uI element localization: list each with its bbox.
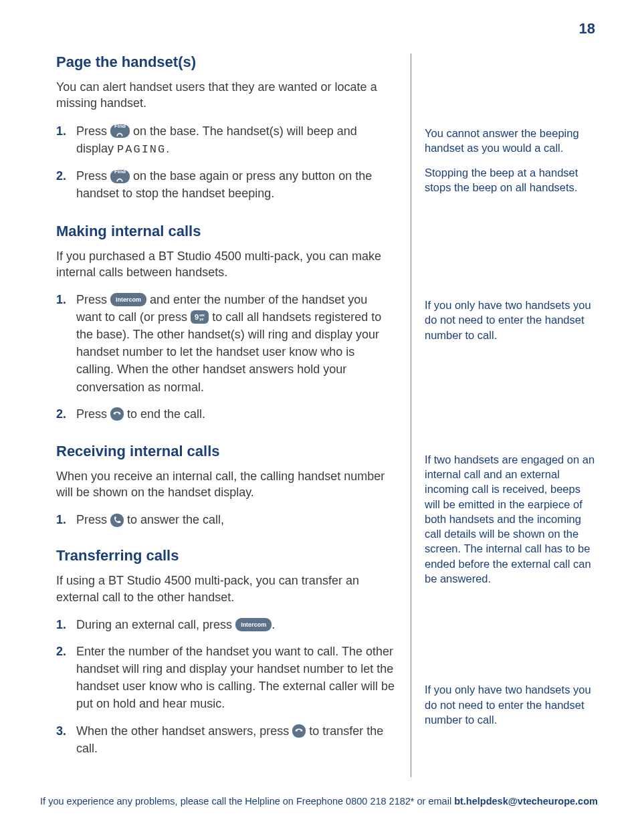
display-text-paging: PAGING [117, 143, 166, 156]
intro-receiving-internal: When you receive an internal call, the c… [56, 468, 395, 501]
side-note: Stopping the beep at a handset stops the… [425, 165, 597, 195]
section-receiving-internal: Receiving internal calls When you receiv… [56, 443, 395, 529]
step-body: Press to answer the call, [76, 511, 395, 528]
text: . [166, 142, 169, 155]
step-body: Press Intercom and enter the number of t… [76, 291, 395, 396]
footer-email: bt.helpdesk@vtecheurope.com [454, 796, 598, 807]
step-number: 1. [56, 122, 76, 159]
step: 2. Press to end the call. [56, 405, 395, 423]
intro-page-handsets: You can alert handset users that they ar… [56, 79, 395, 112]
text: During an external call, press [76, 618, 235, 631]
spacer [425, 595, 597, 682]
step-number: 2. [56, 643, 76, 712]
footer: If you experience any problems, please c… [0, 796, 638, 807]
heading-receiving-internal: Receiving internal calls [56, 443, 395, 460]
step: 3. When the other handset answers, press… [56, 722, 395, 757]
spacer [425, 54, 597, 126]
text: Press [76, 407, 110, 421]
side-note: You cannot answer the beeping handset as… [425, 126, 597, 156]
key-label: Find [114, 169, 126, 175]
signal-icon [115, 175, 124, 184]
key-sublabel: wxyz [199, 313, 205, 321]
steps-making-internal: 1. Press Intercom and enter the number o… [56, 291, 395, 423]
heading-making-internal: Making internal calls [56, 223, 395, 240]
step-number: 3. [56, 722, 76, 757]
spacer [425, 204, 597, 298]
text: to end the call. [127, 407, 205, 421]
phone-icon [112, 516, 122, 525]
find-key-icon: Find [110, 170, 130, 183]
footer-text: If you experience any problems, please c… [40, 796, 454, 807]
step-number: 2. [56, 167, 76, 202]
step-body: Press to end the call. [76, 405, 395, 423]
step: 1. During an external call, press Interc… [56, 616, 395, 633]
hangup-icon [112, 409, 122, 419]
text: . [272, 618, 275, 631]
step-number: 1. [56, 291, 76, 396]
key-label: 9 [195, 314, 199, 321]
end-call-key-icon [292, 724, 306, 738]
side-column: You cannot answer the beeping handset as… [411, 54, 597, 777]
end-call-key-icon [110, 407, 124, 421]
step: 2. Press Find on the base again or press… [56, 167, 395, 202]
intro-transferring: If using a BT Studio 4500 multi-pack, yo… [56, 572, 395, 605]
text: to answer the call, [127, 513, 224, 526]
step-body: Enter the number of the handset you want… [76, 643, 395, 712]
signal-icon [115, 129, 124, 138]
section-transferring: Transferring calls If using a BT Studio … [56, 547, 395, 756]
step-body: During an external call, press Intercom. [76, 616, 395, 633]
step-number: 1. [56, 511, 76, 528]
intercom-key-icon: Intercom [235, 618, 272, 631]
talk-key-icon [110, 514, 124, 527]
intercom-key-icon: Intercom [110, 293, 146, 306]
side-note: If you only have two handsets you do not… [425, 298, 597, 342]
text: When the other handset answers, press [76, 724, 292, 738]
key-label: Find [114, 124, 126, 129]
spacer [425, 352, 597, 452]
hangup-icon [294, 726, 304, 736]
steps-page-handsets: 1. Press Find on the base. The handset(s… [56, 122, 395, 203]
text: Press [76, 293, 110, 306]
side-note: If two handsets are engaged on an intern… [425, 452, 597, 586]
main-column: Page the handset(s) You can alert handse… [56, 54, 411, 777]
step: 1. Press Intercom and enter the number o… [56, 291, 395, 396]
page-body: Page the handset(s) You can alert handse… [56, 54, 597, 777]
page-number: 18 [579, 20, 595, 37]
steps-receiving-internal: 1. Press to answer the call, [56, 511, 395, 528]
heading-page-handsets: Page the handset(s) [56, 54, 395, 71]
step-number: 1. [56, 616, 76, 633]
intro-making-internal: If you purchased a BT Studio 4500 multi-… [56, 248, 395, 281]
section-making-internal: Making internal calls If you purchased a… [56, 223, 395, 423]
heading-transferring: Transferring calls [56, 547, 395, 564]
steps-transferring: 1. During an external call, press Interc… [56, 616, 395, 757]
step-number: 2. [56, 405, 76, 423]
step-body: When the other handset answers, press to… [76, 722, 395, 757]
section-page-handsets: Page the handset(s) You can alert handse… [56, 54, 395, 203]
step: 1. Press Find on the base. The handset(s… [56, 122, 395, 159]
text: Press [76, 513, 110, 526]
find-key-icon: Find [110, 124, 130, 138]
step: 1. Press to answer the call, [56, 511, 395, 528]
text: Press [76, 169, 110, 183]
text: Press [76, 124, 110, 138]
side-note: If you only have two handsets you do not… [425, 682, 597, 727]
step: 2. Enter the number of the handset you w… [56, 643, 395, 712]
step-body: Press Find on the base. The handset(s) w… [76, 122, 395, 159]
step-body: Press Find on the base again or press an… [76, 167, 395, 202]
nine-key-icon: 9wxyz [191, 310, 209, 324]
